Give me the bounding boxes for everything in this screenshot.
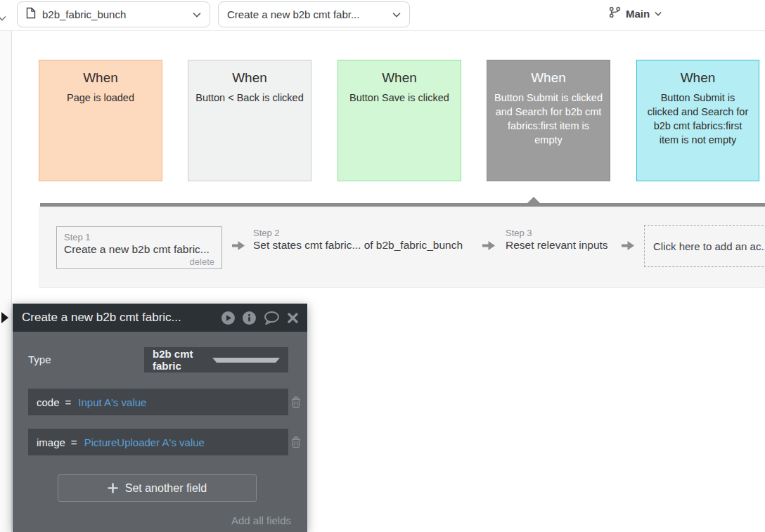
workflow-dropdown[interactable]: Create a new b2b cmt fabr...	[218, 1, 410, 27]
type-label: Type	[28, 353, 51, 365]
step-arrow-icon	[232, 240, 245, 254]
step-arrow-icon	[482, 240, 496, 254]
step-label: Step 1	[64, 232, 214, 242]
panel-title: Create a new b2b cmt fabric...	[22, 311, 221, 325]
field-value-expression[interactable]: Input A's value	[78, 396, 146, 408]
git-branch-icon	[609, 6, 621, 21]
step-label: Step 3	[506, 228, 608, 238]
add-action-button[interactable]: Click here to add an ac...	[644, 225, 765, 267]
branch-selector[interactable]: Main	[609, 6, 662, 21]
page-dropdown[interactable]: b2b_fabric_bunch	[17, 1, 210, 27]
run-icon[interactable]	[221, 311, 235, 325]
workflow-dropdown-value: Create a new b2b cmt fabr...	[227, 8, 392, 20]
event-card-button-submit-empty[interactable]: When Button Submit is clicked and Search…	[487, 60, 610, 181]
plus-icon	[108, 483, 118, 493]
panel-header[interactable]: Create a new b2b cmt fabric...	[13, 304, 307, 332]
step-1-tile[interactable]: Step 1 Create a new b2b cmt fabric... de…	[56, 226, 222, 269]
trash-icon[interactable]	[290, 436, 302, 451]
set-another-field-label: Set another field	[125, 482, 207, 495]
page-dropdown-value: b2b_fabric_bunch	[42, 8, 193, 20]
info-icon[interactable]	[243, 311, 256, 325]
step-title: Reset relevant inputs	[506, 239, 608, 252]
event-card-title: When	[338, 70, 461, 86]
field-name: image	[37, 436, 65, 448]
chevron-down-icon	[655, 11, 662, 16]
step-2-tile[interactable]: Step 2 Set states cmt fabric... of b2b_f…	[253, 228, 463, 252]
comment-icon[interactable]	[264, 311, 280, 325]
topbar: b2b_fabric_bunch Create a new b2b cmt fa…	[0, 0, 765, 31]
event-card-button-submit-not-empty[interactable]: When Button Submit is clicked and Search…	[636, 60, 759, 181]
chevron-down-icon	[193, 12, 201, 18]
event-card-title: When	[39, 70, 162, 86]
trash-icon[interactable]	[290, 396, 302, 411]
event-card-condition: Button Submit is clicked and Search for …	[487, 91, 610, 147]
event-card-button-save-clicked[interactable]: When Button Save is clicked	[338, 60, 461, 181]
event-card-condition: Button Submit is clicked and Search for …	[637, 91, 759, 147]
event-card-button-back-clicked[interactable]: When Button < Back is clicked	[188, 60, 311, 181]
event-card-condition: Page is loaded	[39, 91, 162, 105]
event-card-condition: Button < Back is clicked	[188, 91, 311, 105]
canvas-left-gutter	[0, 31, 12, 532]
event-card-page-is-loaded[interactable]: When Page is loaded	[39, 60, 162, 181]
field-name: code	[37, 396, 60, 408]
field-value-expression[interactable]: PictureUploader A's value	[84, 436, 205, 448]
add-all-fields-link[interactable]: Add all fields	[231, 514, 291, 526]
page-icon	[26, 7, 36, 22]
action-properties-panel: Create a new b2b cmt fabric... Type	[13, 304, 307, 532]
panel-collapse-arrow[interactable]	[1, 312, 8, 323]
chevron-down-icon	[212, 358, 281, 363]
field-operator: =	[71, 436, 77, 448]
event-card-title: When	[487, 70, 610, 86]
close-icon[interactable]	[288, 313, 298, 323]
chevron-down-icon[interactable]	[0, 11, 6, 24]
step-title: Set states cmt fabric... of b2b_fabric_b…	[253, 239, 463, 252]
step-delete-link[interactable]: delete	[64, 257, 214, 267]
event-card-condition: Button Save is clicked	[338, 91, 461, 105]
field-row-image[interactable]: image = PictureUploader A's value	[28, 429, 288, 455]
field-row-code[interactable]: code = Input A's value	[28, 389, 288, 415]
type-dropdown[interactable]: b2b cmt fabric	[144, 347, 288, 372]
add-action-label: Click here to add an ac...	[653, 240, 765, 252]
step-arrow-icon	[622, 240, 635, 254]
step-label: Step 2	[253, 228, 463, 238]
selected-event-caret	[527, 197, 540, 203]
event-card-title: When	[637, 70, 759, 86]
step-3-tile[interactable]: Step 3 Reset relevant inputs	[506, 228, 608, 252]
branch-label: Main	[626, 8, 650, 20]
type-dropdown-value: b2b cmt fabric	[153, 348, 212, 372]
bubble-workflow-editor: b2b_fabric_bunch Create a new b2b cmt fa…	[0, 0, 765, 532]
chevron-down-icon	[392, 12, 401, 18]
step-title: Create a new b2b cmt fabric...	[64, 243, 214, 256]
set-another-field-button[interactable]: Set another field	[58, 474, 257, 502]
field-operator: =	[65, 396, 72, 408]
event-card-title: When	[188, 70, 311, 86]
